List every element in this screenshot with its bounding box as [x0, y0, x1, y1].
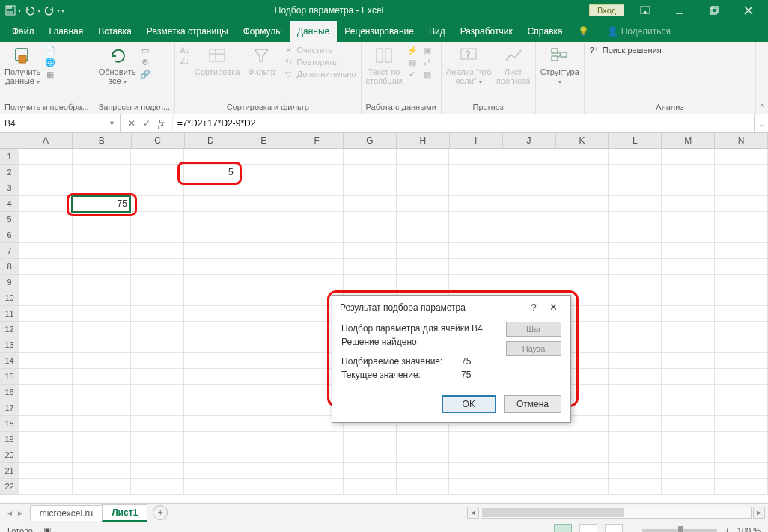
- col-header[interactable]: J: [503, 133, 556, 148]
- cell[interactable]: [609, 259, 662, 275]
- tell-me[interactable]: 💡: [570, 21, 600, 42]
- text-to-columns-button[interactable]: Текст постолбцам: [366, 45, 403, 85]
- cell[interactable]: [237, 306, 290, 322]
- cell[interactable]: [237, 432, 290, 447]
- cell[interactable]: [73, 212, 131, 227]
- cell[interactable]: [555, 447, 609, 463]
- cell[interactable]: [237, 180, 290, 196]
- cell[interactable]: [290, 259, 344, 275]
- cell[interactable]: [131, 243, 184, 259]
- cell[interactable]: [502, 463, 555, 479]
- cell[interactable]: [131, 275, 184, 290]
- cell[interactable]: [237, 322, 290, 337]
- cell[interactable]: [662, 432, 715, 447]
- flash-fill-icon[interactable]: ⚡: [407, 45, 418, 55]
- undo-icon[interactable]: [24, 4, 36, 16]
- cell[interactable]: [237, 165, 290, 180]
- tab-review[interactable]: Рецензирование: [337, 21, 421, 42]
- cell[interactable]: [184, 212, 237, 227]
- login-button[interactable]: Вход: [589, 4, 624, 16]
- cell[interactable]: [184, 180, 237, 196]
- cell[interactable]: [502, 243, 555, 259]
- relationships-icon[interactable]: ⇄: [422, 57, 433, 67]
- row-header[interactable]: 8: [0, 259, 19, 275]
- ribbon-display-icon[interactable]: [632, 0, 659, 21]
- cell[interactable]: [19, 322, 73, 337]
- col-header[interactable]: N: [715, 133, 768, 148]
- cell[interactable]: [397, 463, 450, 479]
- cell[interactable]: [397, 149, 450, 165]
- cell[interactable]: [19, 259, 73, 275]
- cell[interactable]: [662, 385, 715, 400]
- cell[interactable]: [555, 479, 609, 495]
- cell[interactable]: [290, 180, 344, 196]
- cell[interactable]: [715, 259, 768, 275]
- cell[interactable]: [715, 275, 768, 290]
- cell[interactable]: [344, 259, 397, 275]
- row-header[interactable]: 16: [0, 385, 19, 400]
- cell[interactable]: [344, 149, 397, 165]
- queries-icon[interactable]: ▭: [140, 45, 150, 55]
- close-icon[interactable]: ✕: [543, 302, 563, 313]
- cell[interactable]: [184, 306, 237, 322]
- cell[interactable]: [662, 322, 715, 337]
- row-header[interactable]: 19: [0, 432, 19, 447]
- cell[interactable]: [609, 306, 662, 322]
- tab-help[interactable]: Справка: [520, 21, 570, 42]
- redo-icon[interactable]: [43, 4, 55, 16]
- close-icon[interactable]: [735, 0, 762, 21]
- row-header[interactable]: 11: [0, 306, 19, 322]
- cell[interactable]: [397, 227, 450, 243]
- cell[interactable]: [19, 180, 73, 196]
- cell[interactable]: [237, 416, 290, 432]
- cell[interactable]: [662, 212, 715, 227]
- row-header[interactable]: 5: [0, 212, 19, 227]
- cell[interactable]: [131, 463, 184, 479]
- name-box[interactable]: B4▼: [0, 114, 121, 132]
- row-header[interactable]: 18: [0, 416, 19, 432]
- cell[interactable]: [344, 165, 397, 180]
- cell[interactable]: [184, 369, 237, 385]
- col-header[interactable]: A: [19, 133, 73, 148]
- cell[interactable]: [715, 243, 768, 259]
- get-data-button[interactable]: Получитьданные ▾: [4, 45, 40, 86]
- cell[interactable]: [715, 416, 768, 432]
- cell[interactable]: [609, 165, 662, 180]
- cell[interactable]: [609, 337, 662, 353]
- hscroll-right-icon[interactable]: ►: [753, 507, 765, 519]
- cell[interactable]: [449, 479, 502, 495]
- cell[interactable]: [73, 259, 131, 275]
- properties-icon[interactable]: ⚙: [140, 57, 150, 67]
- cell[interactable]: 75: [73, 196, 131, 212]
- cell[interactable]: [184, 479, 237, 495]
- sort-asc-icon[interactable]: A↓: [180, 45, 190, 55]
- col-header[interactable]: M: [662, 133, 715, 148]
- cell[interactable]: [662, 290, 715, 306]
- cell[interactable]: [397, 165, 450, 180]
- tab-nav-prev-icon[interactable]: ◄: [6, 509, 13, 517]
- cell[interactable]: [609, 275, 662, 290]
- cell[interactable]: [131, 369, 184, 385]
- cell[interactable]: [662, 180, 715, 196]
- cell[interactable]: [131, 400, 184, 416]
- cell[interactable]: [397, 479, 450, 495]
- cell[interactable]: [237, 479, 290, 495]
- cell[interactable]: [555, 180, 609, 196]
- cell[interactable]: [19, 275, 73, 290]
- cell[interactable]: [184, 463, 237, 479]
- cell[interactable]: [19, 369, 73, 385]
- row-header[interactable]: 2: [0, 165, 19, 180]
- col-header[interactable]: I: [450, 133, 503, 148]
- cell[interactable]: [19, 243, 73, 259]
- cell[interactable]: [131, 306, 184, 322]
- outline-button[interactable]: Структура▾: [540, 45, 579, 86]
- cell[interactable]: [184, 447, 237, 463]
- normal-view-icon[interactable]: [554, 524, 572, 533]
- edit-links-icon[interactable]: 🔗: [140, 69, 150, 79]
- cell[interactable]: [237, 337, 290, 353]
- filter-button[interactable]: Фильтр: [244, 45, 278, 76]
- cell[interactable]: [131, 149, 184, 165]
- cell[interactable]: [609, 149, 662, 165]
- cell[interactable]: [184, 149, 237, 165]
- cell[interactable]: [715, 322, 768, 337]
